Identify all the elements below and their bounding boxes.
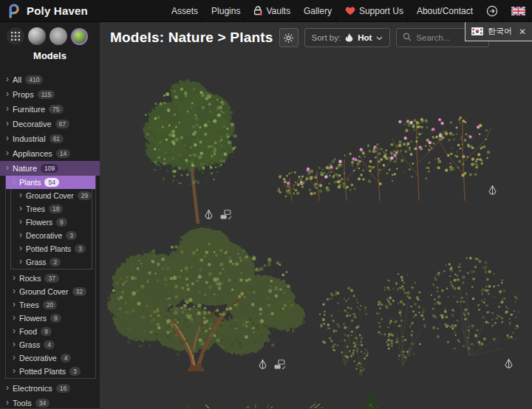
asset-type-models[interactable]: [71, 28, 88, 45]
chevron-right-icon: ›: [6, 148, 9, 157]
sidebar-title: Models: [0, 50, 100, 61]
category-count-badge: 410: [25, 75, 43, 85]
chevron-right-icon: ›: [6, 104, 9, 113]
sidebar-item-industrial[interactable]: ›Industrial61: [0, 131, 100, 146]
category-count-badge: 115: [38, 90, 55, 100]
category-count-badge: 9: [50, 314, 61, 323]
chevron-right-icon: ›: [6, 75, 9, 83]
nav-item-vaults[interactable]: Vaults: [247, 0, 296, 21]
model-card[interactable]: [316, 75, 528, 236]
sidebar-item-electronics[interactable]: ›Electronics16: [0, 381, 100, 396]
settings-gear-button[interactable]: [279, 28, 299, 47]
brand[interactable]: Poly Haven: [6, 0, 95, 21]
asset-type-hdris[interactable]: [28, 27, 46, 45]
chevron-right-icon: ›: [19, 244, 22, 252]
category-label: Ground Cover: [19, 287, 69, 296]
asset-type-textures[interactable]: [50, 27, 67, 45]
sidebar-item-ground-cover[interactable]: ›Ground Cover29: [11, 189, 92, 202]
sidebar-item-grass[interactable]: ›Grass2: [11, 255, 92, 269]
model-card[interactable]: [103, 240, 310, 399]
sidebar-item-ground-cover[interactable]: ›Ground Cover32: [6, 285, 95, 298]
asset-grid-button[interactable]: [7, 27, 24, 45]
chevron-right-icon: ›: [6, 163, 9, 172]
nav-item-label: Plugins: [211, 6, 240, 16]
sidebar-item-grass[interactable]: ›Grass4: [6, 338, 95, 351]
category-count-badge: 20: [43, 300, 57, 310]
sidebar-item-rocks[interactable]: ›Rocks37: [6, 272, 95, 285]
nav-item-about-contact[interactable]: About/Contact: [410, 0, 480, 21]
gear-icon: [283, 32, 294, 44]
chevron-right-icon: ›: [13, 313, 16, 322]
sidebar-item-all[interactable]: ›All410: [0, 72, 100, 87]
nav-item-support-us[interactable]: Support Us: [338, 0, 410, 21]
sidebar-item-furniture[interactable]: ›Furniture75: [0, 102, 100, 117]
category-count-badge: 18: [49, 205, 63, 214]
sidebar-item-nature[interactable]: ›Nature109: [0, 161, 100, 176]
model-card-partial[interactable]: [316, 403, 528, 408]
language-flag-button[interactable]: [505, 0, 532, 21]
category-count-badge: 2: [50, 258, 61, 267]
category-count-badge: 14: [56, 149, 70, 159]
chevron-right-icon: ›: [6, 398, 9, 407]
category-count-badge: 54: [44, 178, 58, 188]
category-count-badge: 4: [61, 354, 72, 363]
category-count-badge: 29: [78, 191, 92, 201]
category-count-badge: 37: [44, 274, 58, 283]
sidebar-item-decorative[interactable]: ›Decorative4: [6, 351, 95, 365]
sidebar-item-flowers[interactable]: ›Flowers9: [11, 216, 92, 229]
sidebar-item-decorative[interactable]: ›Decorative67: [0, 117, 100, 131]
sidebar-item-props[interactable]: ›Props115: [0, 87, 100, 102]
sidebar-item-plants[interactable]: ›Plants54: [6, 176, 95, 189]
category-label: All: [13, 75, 21, 84]
category-label: Grass: [19, 340, 40, 349]
scale-reference-icon: [487, 185, 498, 199]
search-icon: [403, 31, 412, 44]
subcategory-group: ›Ground Cover29›Trees18›Flowers9›Decorat…: [10, 189, 92, 269]
subcategory-group: ›Plants54›Ground Cover29›Trees18›Flowers…: [5, 176, 96, 379]
language-popup[interactable]: 한국어 ✕: [465, 22, 532, 41]
login-button[interactable]: [480, 0, 505, 21]
nav-item-plugins[interactable]: Plugins: [205, 0, 247, 21]
language-popup-label: 한국어: [488, 26, 512, 37]
category-label: Plants: [19, 178, 41, 187]
model-card[interactable]: [316, 240, 528, 399]
nav-item-gallery[interactable]: Gallery: [297, 0, 338, 21]
sidebar-item-potted-plants[interactable]: ›Potted Plants3: [11, 242, 92, 255]
asset-type-switcher: [0, 22, 100, 48]
category-count-badge: 3: [69, 367, 81, 377]
category-label: Industrial: [13, 134, 46, 143]
topbar: Poly Haven AssetsPluginsVaultsGallerySup…: [0, 0, 532, 22]
nav-item-assets[interactable]: Assets: [165, 0, 205, 21]
close-icon[interactable]: ✕: [519, 27, 526, 37]
sidebar-item-tools[interactable]: ›Tools34: [0, 396, 100, 408]
chevron-right-icon: ›: [13, 340, 16, 348]
sidebar-item-potted-plants[interactable]: ›Potted Plants3: [6, 365, 95, 378]
sidebar-item-appliances[interactable]: ›Appliances14: [0, 146, 100, 161]
topnav-items: AssetsPluginsVaultsGallerySupport UsAbou…: [165, 0, 480, 21]
sidebar-item-food[interactable]: ›Food9: [6, 325, 95, 338]
sort-dropdown[interactable]: Sort by: Hot: [304, 28, 391, 47]
category-count-badge: 75: [49, 105, 63, 114]
sidebar-item-flowers[interactable]: ›Flowers9: [6, 312, 95, 325]
nav-item-label: Assets: [171, 6, 198, 16]
sort-value: Hot: [358, 33, 372, 42]
category-count-badge: 67: [55, 120, 69, 129]
category-count-badge: 3: [75, 244, 86, 254]
chevron-down-icon: [376, 33, 383, 42]
chevron-right-icon: ›: [6, 89, 9, 98]
scale-reference-icon: [503, 358, 514, 373]
chevron-right-icon: ›: [13, 177, 16, 186]
category-label: Potted Plants: [26, 245, 71, 253]
category-count-badge: 34: [35, 399, 50, 408]
category-label: Props: [13, 90, 34, 99]
category-label: Rocks: [19, 274, 41, 283]
sidebar-item-trees[interactable]: ›Trees18: [11, 202, 92, 216]
category-count-badge: 3: [66, 231, 77, 241]
page-title: Models: Nature > Plants: [110, 30, 273, 46]
model-card-partial[interactable]: [103, 403, 310, 408]
chevron-right-icon: ›: [19, 204, 22, 213]
chevron-right-icon: ›: [19, 230, 22, 239]
sidebar-item-decorative[interactable]: ›Decorative3: [11, 229, 92, 242]
sidebar-item-trees[interactable]: ›Trees20: [6, 298, 95, 312]
grid-icon: [11, 32, 20, 41]
